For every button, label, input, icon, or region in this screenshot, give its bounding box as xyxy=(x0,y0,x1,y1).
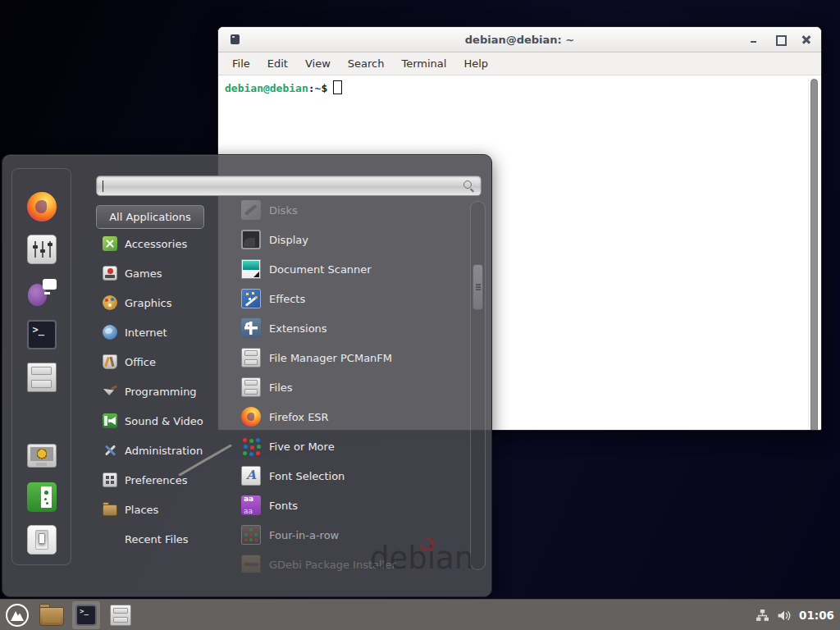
text-caret xyxy=(103,180,103,192)
favorites-panel xyxy=(11,168,71,565)
app-item-extensions[interactable]: Extensions xyxy=(235,313,469,343)
preferences-icon xyxy=(103,472,117,487)
menubar-item-view[interactable]: View xyxy=(305,57,331,70)
app-item-document-scanner[interactable]: Document Scanner xyxy=(235,254,469,284)
favorite-pidgin-button[interactable] xyxy=(21,271,63,313)
all-applications-button[interactable]: All Applications xyxy=(96,205,204,229)
folder-icon xyxy=(39,607,64,626)
category-accessories[interactable]: Accessories xyxy=(96,229,235,258)
taskbar-files-window-button[interactable] xyxy=(107,601,135,629)
app-item-fonts[interactable]: Fonts xyxy=(235,491,469,520)
terminal-scrollbar[interactable] xyxy=(808,77,819,431)
app-item-display[interactable]: Display xyxy=(235,225,469,254)
administration-icon xyxy=(103,443,117,458)
debian-watermark: debian xyxy=(370,541,473,576)
category-internet[interactable]: Internet xyxy=(96,317,235,347)
sound-video-icon xyxy=(103,413,117,428)
category-programming[interactable]: Programming xyxy=(96,377,235,406)
app-label: Display xyxy=(269,234,308,246)
desktop: debian@debian: ~ FileEditViewSearchTermi… xyxy=(0,0,840,630)
maximize-button[interactable] xyxy=(775,34,785,44)
no-icon xyxy=(103,532,117,546)
favorite-shut-down-button[interactable] xyxy=(21,518,63,561)
application-menu: All Applications AccessoriesGamesGraphic… xyxy=(2,154,492,597)
search-icon xyxy=(463,180,475,192)
app-item-firefox-esr[interactable]: Firefox ESR xyxy=(235,402,469,431)
terminal-icon xyxy=(27,320,57,349)
pidgin-icon xyxy=(27,277,57,307)
app-label: File Manager PCManFM xyxy=(269,352,392,364)
app-label: Files xyxy=(269,381,293,394)
volume-icon[interactable] xyxy=(777,609,792,623)
category-label: Places xyxy=(125,504,158,516)
app-item-effects[interactable]: Effects xyxy=(235,284,469,313)
app-label: Four-in-a-row xyxy=(269,529,339,541)
firefox-icon xyxy=(27,192,57,221)
files-icon xyxy=(241,377,261,397)
menubar-item-edit[interactable]: Edit xyxy=(267,57,288,70)
firefox-icon xyxy=(241,407,261,427)
terminal-scrollbar-thumb[interactable] xyxy=(810,79,818,431)
menubar-item-terminal[interactable]: Terminal xyxy=(401,57,446,70)
menubar-item-file[interactable]: File xyxy=(232,57,250,70)
four-in-a-row-icon xyxy=(241,525,261,545)
system-tray: 01:06 xyxy=(756,600,834,630)
favorite-lock-screen-button[interactable] xyxy=(21,433,63,476)
category-label: Office xyxy=(125,356,156,368)
accessories-icon xyxy=(103,236,117,251)
programming-icon xyxy=(103,384,117,399)
app-item-files[interactable]: Files xyxy=(235,372,469,402)
app-label: Extensions xyxy=(269,322,327,335)
menu-scrollbar-thumb[interactable] xyxy=(472,264,483,310)
taskbar-file-manager-window-button[interactable] xyxy=(38,601,66,629)
category-sound-video[interactable]: Sound & Video xyxy=(96,406,235,436)
minimize-button[interactable] xyxy=(749,34,759,44)
category-label: Recent Files xyxy=(125,533,189,546)
favorite-settings-button[interactable] xyxy=(21,228,63,271)
application-list: DisksDisplayDocument ScannerEffectsExten… xyxy=(235,195,469,573)
window-title: debian@debian: ~ xyxy=(218,34,821,46)
terminal-window-icon xyxy=(231,34,240,44)
search-input[interactable] xyxy=(96,176,482,196)
network-icon[interactable] xyxy=(756,609,769,623)
app-item-font-selection[interactable]: Font Selection xyxy=(235,461,469,491)
prompt-user: debian@debian xyxy=(225,82,308,94)
category-places[interactable]: Places xyxy=(96,495,235,524)
favorite-log-out-button[interactable] xyxy=(21,476,63,518)
terminal-cursor xyxy=(333,80,342,94)
category-label: Internet xyxy=(125,326,167,339)
app-label: Effects xyxy=(269,293,305,305)
taskbar-start-menu-button[interactable] xyxy=(3,601,31,629)
close-button[interactable] xyxy=(801,34,811,44)
category-games[interactable]: Games xyxy=(96,258,235,288)
category-recent-files[interactable]: Recent Files xyxy=(96,524,235,554)
category-label: Sound & Video xyxy=(125,415,203,427)
prompt-colon: : xyxy=(308,82,315,94)
app-item-file-manager-pcmanfm[interactable]: File Manager PCManFM xyxy=(235,343,469,372)
category-office[interactable]: Office xyxy=(96,347,235,377)
app-label: Firefox ESR xyxy=(269,411,329,423)
terminal-menubar: FileEditViewSearchTerminalHelp xyxy=(218,52,821,75)
terminal-icon xyxy=(75,605,97,626)
menu-scrollbar[interactable] xyxy=(470,201,486,570)
menubar-item-help[interactable]: Help xyxy=(463,57,488,70)
menubar-item-search[interactable]: Search xyxy=(348,57,385,70)
category-preferences[interactable]: Preferences xyxy=(96,465,235,495)
app-label: Disks xyxy=(269,204,298,217)
start-icon xyxy=(6,604,29,627)
logout-icon xyxy=(27,482,57,512)
tweaks-icon xyxy=(27,235,57,264)
clock[interactable]: 01:06 xyxy=(799,609,834,622)
favorite-terminal-button[interactable] xyxy=(21,313,63,356)
app-item-five-or-more[interactable]: Five or More xyxy=(235,431,469,461)
terminal-titlebar[interactable]: debian@debian: ~ xyxy=(218,27,821,52)
category-label: Administration xyxy=(125,445,203,457)
taskbar-terminal-window-button[interactable] xyxy=(72,601,100,629)
favorite-file-manager-button[interactable] xyxy=(21,356,63,399)
app-item-disks[interactable]: Disks xyxy=(235,195,469,225)
games-icon xyxy=(103,266,117,281)
category-graphics[interactable]: Graphics xyxy=(96,288,235,317)
prompt-dollar: $ xyxy=(321,82,327,94)
category-administration[interactable]: Administration xyxy=(96,436,235,465)
favorite-firefox-button[interactable] xyxy=(21,185,63,228)
